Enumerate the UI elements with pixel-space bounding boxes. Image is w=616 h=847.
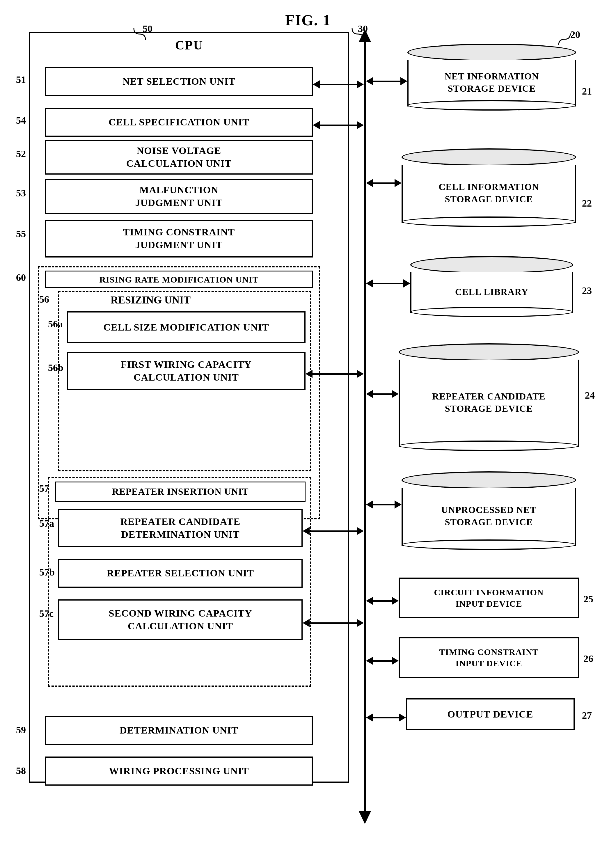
ref-60: 60 (16, 272, 26, 283)
cell-spec-unit: CELL SPECIFICATION UNIT (45, 108, 313, 137)
arrow-net-info (366, 77, 408, 85)
cell-info-cylinder: CELL INFORMATION STORAGE DEVICE (402, 148, 576, 223)
ref-56: 56 (39, 294, 49, 305)
arrow-cell-library (366, 279, 410, 288)
ref-51: 51 (16, 74, 26, 85)
ref-55: 55 (16, 229, 26, 239)
net-selection-unit: NET SELECTION UNIT (45, 67, 313, 96)
output-device-box: OUTPUT DEVICE (406, 698, 575, 730)
ref-21: 21 (582, 86, 592, 97)
second-wiring-unit: SECOND WIRING CAPACITY CALCULATION UNIT (58, 599, 303, 640)
arrow-timing-constraint-input (366, 657, 399, 665)
curly-20 (553, 29, 588, 47)
curly-30 (346, 24, 381, 41)
main-vertical-line (364, 41, 366, 812)
noise-voltage-unit: NOISE VOLTAGE CALCULATION UNIT (45, 140, 313, 174)
arrow-circuit-info (366, 597, 399, 605)
circuit-info-box: CIRCUIT INFORMATION INPUT DEVICE (399, 578, 579, 618)
ref-57c: 57c (39, 608, 53, 619)
arrow-cell-spec (313, 121, 364, 129)
arrow-first-wiring (306, 370, 364, 378)
ref-57a: 57a (39, 518, 54, 529)
timing-constraint-judgment-unit: TIMING CONSTRAINT JUDGMENT UNIT (45, 220, 313, 258)
repeater-candidate-det-unit: REPEATER CANDIDATE DETERMINATION UNIT (58, 509, 303, 547)
ref-54: 54 (16, 115, 26, 126)
ref-57: 57 (39, 483, 49, 494)
cpu-label: CPU (29, 35, 349, 53)
cell-size-mod-unit: CELL SIZE MODIFICATION UNIT (67, 311, 306, 343)
ref-57b: 57b (39, 567, 55, 578)
ref-58: 58 (16, 765, 26, 776)
unprocessed-net-cylinder: UNPROCESSED NET STORAGE DEVICE (402, 471, 576, 546)
first-wiring-unit: FIRST WIRING CAPACITY CALCULATION UNIT (67, 352, 306, 390)
ref-53: 53 (16, 188, 26, 199)
cell-library-cylinder: CELL LIBRARY (410, 256, 573, 313)
repeater-candidate-cylinder: REPEATER CANDIDATE STORAGE DEVICE (399, 343, 579, 447)
arrow-output (366, 713, 406, 722)
resizing-label: RESIZING UNIT (111, 294, 191, 306)
ref-24: 24 (585, 390, 595, 401)
arrow-unprocessed-net (366, 500, 402, 509)
arrow-net-selection (313, 80, 364, 89)
wiring-processing-unit: WIRING PROCESSING UNIT (45, 757, 313, 786)
ref-23: 23 (582, 285, 592, 296)
page-title: FIG. 1 (0, 0, 616, 29)
malfunction-unit: MALFUNCTION JUDGMENT UNIT (45, 179, 313, 214)
arrow-repeater-cand-det (303, 527, 364, 535)
ref-59: 59 (16, 725, 26, 736)
ref-26: 26 (584, 653, 593, 664)
rising-rate-label: RISING RATE MODIFICATION UNIT (45, 271, 313, 288)
curly-50 (128, 24, 163, 41)
repeater-insertion-label: REPEATER INSERTION UNIT (55, 481, 306, 502)
ref-27: 27 (582, 710, 592, 721)
ref-56b: 56b (48, 362, 64, 373)
arrowhead-down (359, 811, 371, 824)
ref-22: 22 (582, 198, 592, 209)
ref-56a: 56a (48, 319, 63, 330)
ref-25: 25 (584, 593, 593, 605)
net-info-cylinder: NET INFORMATION STORAGE DEVICE (408, 44, 576, 106)
timing-constraint-input-box: TIMING CONSTRAINT INPUT DEVICE (399, 637, 579, 678)
arrow-repeater-cand-storage (366, 390, 399, 398)
arrow-second-wiring (303, 619, 364, 627)
repeater-selection-unit: REPEATER SELECTION UNIT (58, 559, 303, 588)
arrow-cell-info (366, 179, 402, 187)
ref-52: 52 (16, 148, 26, 159)
determination-unit: DETERMINATION UNIT (45, 716, 313, 745)
